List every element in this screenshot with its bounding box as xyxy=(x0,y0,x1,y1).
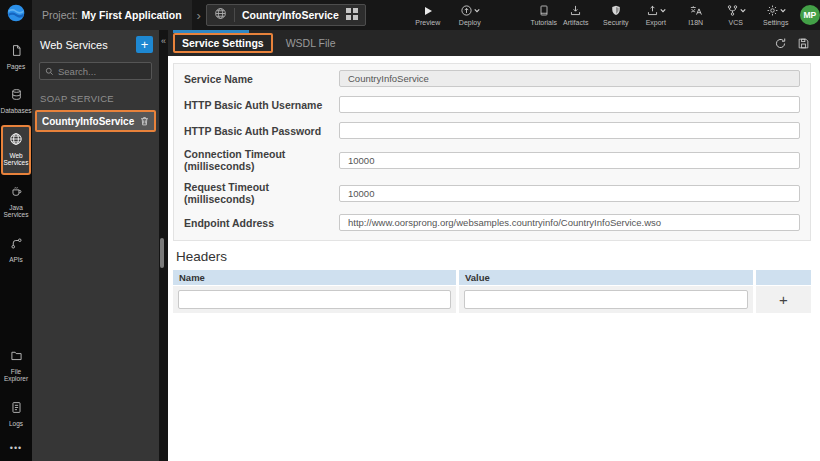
form-row: Request Timeout (milliseconds) xyxy=(184,181,800,205)
headers-table: Name Value + xyxy=(173,270,811,313)
translate-icon xyxy=(689,4,703,17)
form-row: HTTP Basic Auth Password xyxy=(184,122,800,139)
export-button[interactable]: Export xyxy=(640,4,672,26)
headers-table-row: + xyxy=(173,286,811,313)
sidebar-item-label: Databases xyxy=(0,107,31,114)
http-basic-auth-password-label: HTTP Basic Auth Password xyxy=(184,125,339,137)
page-icon xyxy=(10,43,23,61)
shield-icon xyxy=(610,4,622,17)
service-settings-content: Service Name HTTP Basic Auth Username HT… xyxy=(168,56,820,461)
headers-table-head: Name Value xyxy=(173,270,811,285)
refresh-icon[interactable] xyxy=(774,37,787,50)
sidebar-item-logs[interactable]: Logs xyxy=(1,393,31,435)
preview-label: Preview xyxy=(415,19,440,26)
branch-icon xyxy=(726,4,746,17)
form-row: Service Name xyxy=(184,70,800,87)
globe-icon xyxy=(214,6,227,24)
search-input[interactable] xyxy=(58,66,146,77)
upload-icon xyxy=(646,4,666,17)
chevron-down-icon xyxy=(474,8,480,13)
export-label: Export xyxy=(646,19,666,26)
service-settings-form: Service Name HTTP Basic Auth Username HT… xyxy=(173,63,811,241)
header-value-input[interactable] xyxy=(464,290,748,309)
chevron-down-icon xyxy=(740,8,746,13)
soap-service-section-label: SOAP SERVICE xyxy=(40,93,151,104)
deploy-button[interactable]: Deploy xyxy=(454,4,486,26)
connection-timeout-field[interactable] xyxy=(339,152,800,169)
deploy-icon xyxy=(460,4,480,17)
collapse-panel-button[interactable]: « xyxy=(159,34,168,48)
trash-icon[interactable] xyxy=(139,115,150,127)
sidebar-item-label: APIs xyxy=(9,256,23,263)
endpoint-address-label: Endpoint Address xyxy=(184,217,339,229)
app-logo[interactable] xyxy=(0,0,32,30)
headers-section-title: Headers xyxy=(176,249,811,264)
add-header-button[interactable]: + xyxy=(761,292,806,307)
main-area: Service Settings WSDL File Service Name … xyxy=(168,30,820,461)
tab-wsdl-file[interactable]: WSDL File xyxy=(286,37,336,49)
book-icon xyxy=(538,4,550,17)
artifacts-button[interactable]: Artifacts xyxy=(560,4,592,26)
tutorials-label: Tutorials xyxy=(530,19,557,26)
preview-button[interactable]: Preview xyxy=(412,5,444,26)
vcs-button[interactable]: VCS xyxy=(720,4,752,26)
sidebar-item-pages[interactable]: Pages xyxy=(1,36,31,78)
service-name-label: Service Name xyxy=(184,73,339,85)
column-header-value: Value xyxy=(459,270,753,285)
active-tab-indicator xyxy=(173,30,249,33)
sidebar-item-label: File Explorer xyxy=(3,368,29,383)
header-name-input[interactable] xyxy=(178,290,451,309)
i18n-button[interactable]: I18N xyxy=(680,4,712,26)
open-service-tab[interactable]: CountryInfoService xyxy=(206,4,366,26)
sidebar-item-label: Logs xyxy=(9,420,23,427)
wavemaker-logo-icon xyxy=(6,3,26,27)
coffee-icon xyxy=(10,184,23,202)
chevron-down-icon xyxy=(780,8,786,13)
icon-sidebar: Pages Databases Web Services Java Servic… xyxy=(0,30,32,461)
form-row: HTTP Basic Auth Username xyxy=(184,96,800,113)
download-icon xyxy=(569,4,582,17)
http-basic-auth-username-label: HTTP Basic Auth Username xyxy=(184,99,339,111)
sidebar-item-web-services[interactable]: Web Services xyxy=(1,125,31,175)
sidebar-item-label: Java Services xyxy=(3,204,29,219)
column-header-actions xyxy=(756,270,811,285)
panel-scrollbar[interactable] xyxy=(160,238,164,268)
project-name: My First Application xyxy=(82,9,182,21)
security-button[interactable]: Security xyxy=(600,4,632,26)
settings-label: Settings xyxy=(763,19,788,26)
column-header-name: Name xyxy=(173,270,456,285)
folder-icon xyxy=(10,348,23,366)
request-timeout-label: Request Timeout (milliseconds) xyxy=(184,181,339,205)
web-services-panel: Web Services + SOAP SERVICE CountryInfoS… xyxy=(32,30,159,461)
service-name-field xyxy=(339,70,800,87)
user-avatar[interactable]: MP xyxy=(800,5,820,25)
security-label: Security xyxy=(603,19,628,26)
tab-divider xyxy=(234,8,235,22)
gear-icon xyxy=(766,4,786,17)
service-list-item-countryinfoservice[interactable]: CountryInfoService xyxy=(35,110,156,132)
breadcrumb-chevron: › xyxy=(197,8,201,23)
search-icon xyxy=(45,62,54,80)
endpoint-address-field[interactable] xyxy=(339,214,800,231)
request-timeout-field[interactable] xyxy=(339,185,800,202)
connection-timeout-label: Connection Timeout (milliseconds) xyxy=(184,148,339,172)
sidebar-item-databases[interactable]: Databases xyxy=(1,80,31,122)
sidebar-more-button[interactable]: ••• xyxy=(10,437,22,461)
sidebar-item-apis[interactable]: APIs xyxy=(1,229,31,271)
service-search[interactable] xyxy=(39,62,152,80)
form-row: Connection Timeout (milliseconds) xyxy=(184,148,800,172)
grid-icon[interactable] xyxy=(346,6,358,24)
project-breadcrumb[interactable]: Project: My First Application xyxy=(32,0,192,30)
http-basic-auth-username-field[interactable] xyxy=(339,96,800,113)
artifacts-label: Artifacts xyxy=(563,19,588,26)
tab-service-settings[interactable]: Service Settings xyxy=(173,33,273,53)
save-icon[interactable] xyxy=(797,37,810,50)
tutorials-button[interactable]: Tutorials xyxy=(528,4,560,26)
sidebar-item-java-services[interactable]: Java Services xyxy=(1,177,31,227)
sidebar-item-file-explorer[interactable]: File Explorer xyxy=(1,341,31,391)
settings-button[interactable]: Settings xyxy=(760,4,792,26)
api-icon xyxy=(10,236,23,254)
add-service-button[interactable]: + xyxy=(136,36,153,53)
play-icon xyxy=(422,5,434,17)
http-basic-auth-password-field[interactable] xyxy=(339,122,800,139)
